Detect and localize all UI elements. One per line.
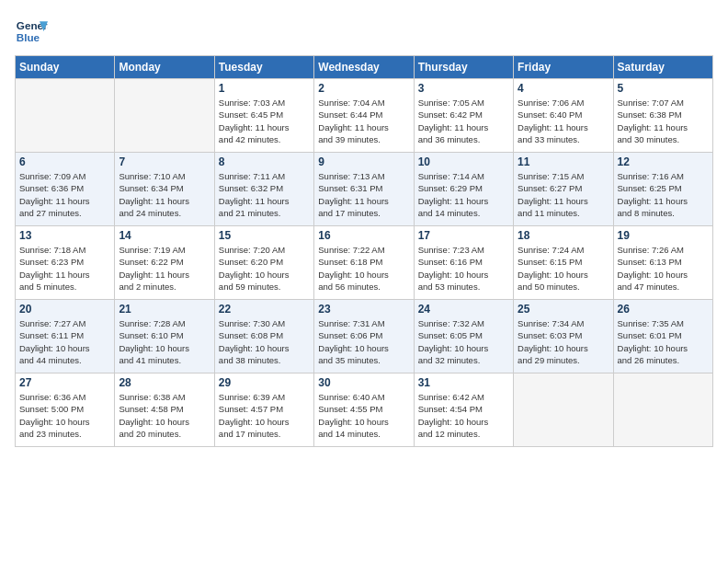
day-header-monday: Monday <box>115 56 214 79</box>
calendar-cell: 6Sunrise: 7:09 AMSunset: 6:36 PMDaylight… <box>16 153 115 226</box>
logo-icon: General Blue <box>15 15 48 48</box>
cell-info: Sunrise: 7:03 AMSunset: 6:45 PMDaylight:… <box>219 97 310 145</box>
day-number: 17 <box>418 229 509 242</box>
day-number: 4 <box>518 82 609 95</box>
calendar-cell: 18Sunrise: 7:24 AMSunset: 6:15 PMDayligh… <box>514 226 613 300</box>
day-header-sunday: Sunday <box>16 56 115 79</box>
day-number: 16 <box>318 229 409 242</box>
day-number: 3 <box>418 82 509 95</box>
day-number: 21 <box>119 303 210 316</box>
cell-info: Sunrise: 7:11 AMSunset: 6:32 PMDaylight:… <box>219 170 310 219</box>
calendar-cell: 29Sunrise: 6:39 AMSunset: 4:57 PMDayligh… <box>214 373 313 447</box>
calendar-cell: 3Sunrise: 7:05 AMSunset: 6:42 PMDaylight… <box>414 79 513 153</box>
calendar-cell: 28Sunrise: 6:38 AMSunset: 4:58 PMDayligh… <box>115 373 214 447</box>
day-number: 9 <box>318 155 409 168</box>
day-number: 27 <box>19 376 110 389</box>
cell-info: Sunrise: 7:23 AMSunset: 6:16 PMDaylight:… <box>418 244 509 293</box>
cell-info: Sunrise: 7:16 AMSunset: 6:25 PMDaylight:… <box>618 170 709 219</box>
day-header-saturday: Saturday <box>613 56 712 79</box>
week-row-2: 6Sunrise: 7:09 AMSunset: 6:36 PMDaylight… <box>16 153 713 226</box>
day-number: 24 <box>418 303 509 316</box>
calendar-cell: 27Sunrise: 6:36 AMSunset: 5:00 PMDayligh… <box>16 373 115 447</box>
calendar-cell: 13Sunrise: 7:18 AMSunset: 6:23 PMDayligh… <box>16 226 115 300</box>
calendar-cell: 20Sunrise: 7:27 AMSunset: 6:11 PMDayligh… <box>16 300 115 373</box>
cell-info: Sunrise: 6:40 AMSunset: 4:55 PMDaylight:… <box>318 391 409 440</box>
day-number: 18 <box>518 229 609 242</box>
calendar-cell: 9Sunrise: 7:13 AMSunset: 6:31 PMDaylight… <box>314 153 414 226</box>
cell-info: Sunrise: 7:06 AMSunset: 6:40 PMDaylight:… <box>518 97 609 145</box>
week-row-1: 1Sunrise: 7:03 AMSunset: 6:45 PMDaylight… <box>16 79 713 153</box>
cell-info: Sunrise: 7:27 AMSunset: 6:11 PMDaylight:… <box>19 317 110 366</box>
day-number: 8 <box>219 155 310 168</box>
cell-info: Sunrise: 7:10 AMSunset: 6:34 PMDaylight:… <box>119 170 210 219</box>
calendar-table: SundayMondayTuesdayWednesdayThursdayFrid… <box>15 55 713 447</box>
calendar-cell: 1Sunrise: 7:03 AMSunset: 6:45 PMDaylight… <box>214 79 313 153</box>
week-row-5: 27Sunrise: 6:36 AMSunset: 5:00 PMDayligh… <box>16 373 713 447</box>
calendar-cell: 16Sunrise: 7:22 AMSunset: 6:18 PMDayligh… <box>314 226 414 300</box>
day-number: 15 <box>219 229 310 242</box>
cell-info: Sunrise: 7:28 AMSunset: 6:10 PMDaylight:… <box>119 317 210 366</box>
week-row-4: 20Sunrise: 7:27 AMSunset: 6:11 PMDayligh… <box>16 300 713 373</box>
cell-info: Sunrise: 7:07 AMSunset: 6:38 PMDaylight:… <box>618 97 709 145</box>
day-number: 22 <box>219 303 310 316</box>
calendar-cell: 31Sunrise: 6:42 AMSunset: 4:54 PMDayligh… <box>414 373 513 447</box>
day-number: 13 <box>19 229 110 242</box>
cell-info: Sunrise: 6:36 AMSunset: 5:00 PMDaylight:… <box>19 391 110 440</box>
calendar-cell: 30Sunrise: 6:40 AMSunset: 4:55 PMDayligh… <box>314 373 414 447</box>
calendar-cell: 24Sunrise: 7:32 AMSunset: 6:05 PMDayligh… <box>414 300 513 373</box>
day-number: 28 <box>119 376 210 389</box>
day-number: 7 <box>119 155 210 168</box>
cell-info: Sunrise: 7:15 AMSunset: 6:27 PMDaylight:… <box>518 170 609 219</box>
header-row: SundayMondayTuesdayWednesdayThursdayFrid… <box>16 56 713 79</box>
calendar-cell <box>514 373 613 447</box>
page-header: General Blue <box>15 15 713 48</box>
week-row-3: 13Sunrise: 7:18 AMSunset: 6:23 PMDayligh… <box>16 226 713 300</box>
cell-info: Sunrise: 7:20 AMSunset: 6:20 PMDaylight:… <box>219 244 310 293</box>
cell-info: Sunrise: 7:14 AMSunset: 6:29 PMDaylight:… <box>418 170 509 219</box>
calendar-cell: 5Sunrise: 7:07 AMSunset: 6:38 PMDaylight… <box>613 79 712 153</box>
calendar-cell: 23Sunrise: 7:31 AMSunset: 6:06 PMDayligh… <box>314 300 414 373</box>
cell-info: Sunrise: 7:09 AMSunset: 6:36 PMDaylight:… <box>19 170 110 219</box>
day-number: 11 <box>518 155 609 168</box>
day-number: 20 <box>19 303 110 316</box>
day-number: 19 <box>618 229 709 242</box>
calendar-cell: 21Sunrise: 7:28 AMSunset: 6:10 PMDayligh… <box>115 300 214 373</box>
calendar-cell <box>613 373 712 447</box>
cell-info: Sunrise: 7:31 AMSunset: 6:06 PMDaylight:… <box>318 317 409 366</box>
logo: General Blue <box>15 15 48 48</box>
calendar-cell: 12Sunrise: 7:16 AMSunset: 6:25 PMDayligh… <box>613 153 712 226</box>
cell-info: Sunrise: 6:39 AMSunset: 4:57 PMDaylight:… <box>219 391 310 440</box>
calendar-cell: 7Sunrise: 7:10 AMSunset: 6:34 PMDaylight… <box>115 153 214 226</box>
day-header-friday: Friday <box>514 56 613 79</box>
day-number: 12 <box>618 155 709 168</box>
cell-info: Sunrise: 6:38 AMSunset: 4:58 PMDaylight:… <box>119 391 210 440</box>
cell-info: Sunrise: 7:04 AMSunset: 6:44 PMDaylight:… <box>318 97 409 145</box>
cell-info: Sunrise: 7:35 AMSunset: 6:01 PMDaylight:… <box>618 317 709 366</box>
calendar-cell: 26Sunrise: 7:35 AMSunset: 6:01 PMDayligh… <box>613 300 712 373</box>
day-number: 23 <box>318 303 409 316</box>
calendar-cell: 14Sunrise: 7:19 AMSunset: 6:22 PMDayligh… <box>115 226 214 300</box>
day-header-wednesday: Wednesday <box>314 56 414 79</box>
day-number: 5 <box>618 82 709 95</box>
cell-info: Sunrise: 6:42 AMSunset: 4:54 PMDaylight:… <box>418 391 509 440</box>
calendar-cell: 11Sunrise: 7:15 AMSunset: 6:27 PMDayligh… <box>514 153 613 226</box>
day-number: 1 <box>219 82 310 95</box>
day-number: 25 <box>518 303 609 316</box>
cell-info: Sunrise: 7:26 AMSunset: 6:13 PMDaylight:… <box>618 244 709 293</box>
day-number: 10 <box>418 155 509 168</box>
calendar-cell: 17Sunrise: 7:23 AMSunset: 6:16 PMDayligh… <box>414 226 513 300</box>
cell-info: Sunrise: 7:05 AMSunset: 6:42 PMDaylight:… <box>418 97 509 145</box>
cell-info: Sunrise: 7:13 AMSunset: 6:31 PMDaylight:… <box>318 170 409 219</box>
calendar-cell: 15Sunrise: 7:20 AMSunset: 6:20 PMDayligh… <box>214 226 313 300</box>
calendar-cell <box>115 79 214 153</box>
cell-info: Sunrise: 7:18 AMSunset: 6:23 PMDaylight:… <box>19 244 110 293</box>
calendar-cell: 22Sunrise: 7:30 AMSunset: 6:08 PMDayligh… <box>214 300 313 373</box>
day-number: 6 <box>19 155 110 168</box>
day-number: 14 <box>119 229 210 242</box>
day-header-tuesday: Tuesday <box>214 56 313 79</box>
cell-info: Sunrise: 7:30 AMSunset: 6:08 PMDaylight:… <box>219 317 310 366</box>
day-number: 29 <box>219 376 310 389</box>
calendar-cell: 4Sunrise: 7:06 AMSunset: 6:40 PMDaylight… <box>514 79 613 153</box>
day-number: 31 <box>418 376 509 389</box>
cell-info: Sunrise: 7:32 AMSunset: 6:05 PMDaylight:… <box>418 317 509 366</box>
